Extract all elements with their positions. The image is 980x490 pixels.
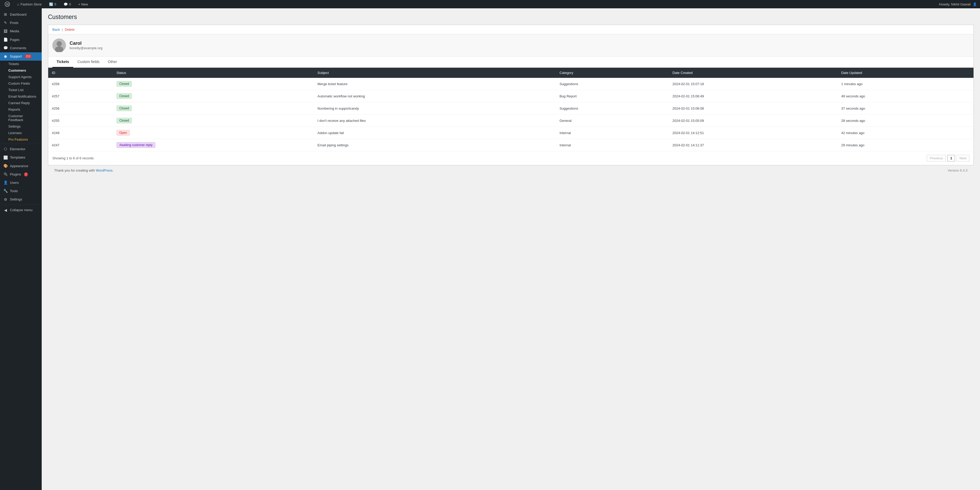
user-greeting: Howdy, Nikhil Gawali (939, 2, 970, 6)
comments-count: 0 (69, 2, 71, 6)
col-header-date-updated: Date Updated (837, 68, 974, 78)
sidebar-item-pages[interactable]: 📄 Pages (0, 36, 42, 44)
cell-date-created: 2024-02-01 14:12:51 (669, 127, 837, 139)
comment-icon: 💬 (64, 2, 68, 6)
sidebar-item-label: Pages (10, 38, 19, 42)
cell-id: #247 (48, 139, 113, 151)
customer-email: boreilly@example.org (70, 46, 102, 50)
cell-id: #249 (48, 127, 113, 139)
back-link[interactable]: Back (52, 28, 60, 32)
avatar (52, 38, 66, 52)
delete-link[interactable]: Delete (65, 28, 75, 32)
table-row[interactable]: #247 Awaiting customer reply Email pipin… (48, 139, 974, 151)
plugins-badge: 2 (24, 172, 28, 176)
cell-status: Closed (113, 90, 314, 102)
wp-logo-button[interactable]: W (3, 0, 11, 8)
cell-date-updated: 37 seconds ago (837, 102, 974, 114)
table-row[interactable]: #258 Closed Merge ticket feature Suggest… (48, 78, 974, 90)
new-content-button[interactable]: + New (76, 0, 89, 8)
sidebar-item-label: Support (10, 54, 22, 59)
support-icon: ◉ (3, 54, 8, 59)
tickets-table: ID Status Subject Category Date Created … (48, 68, 974, 151)
submenu-item-custom-fields[interactable]: Custom Fields (0, 80, 42, 87)
sidebar-item-label: Comments (10, 46, 26, 51)
col-header-date-created: Date Created (669, 68, 837, 78)
posts-icon: ✎ (3, 21, 8, 25)
footer-thank-you-text: Thank you for creating with (54, 168, 95, 172)
updates-button[interactable]: 🔄 5 (48, 0, 58, 8)
cell-id: #258 (48, 78, 113, 90)
sidebar-item-appearance[interactable]: 🎨 Appearance (0, 162, 42, 170)
submenu-item-ticket-list[interactable]: Ticket List (0, 87, 42, 93)
page-title: Customers (48, 14, 974, 21)
table-row[interactable]: #256 Closed Numbering in supportcandy Su… (48, 102, 974, 114)
previous-page-button[interactable]: Previous (927, 155, 946, 162)
table-row[interactable]: #257 Closed Automatic workflow not worki… (48, 90, 974, 102)
sidebar-item-dashboard[interactable]: ⊞ Dashboard (0, 10, 42, 19)
plugins-icon: 🔌 (3, 172, 8, 177)
next-page-button[interactable]: Next (956, 155, 969, 162)
showing-records-text: Showing 1 to 6 of 6 records (52, 156, 94, 160)
cell-category: General (556, 114, 669, 127)
submenu-item-support-agents[interactable]: Support Agents (0, 74, 42, 80)
sidebar-item-elementor[interactable]: ⬡ Elementor (0, 145, 42, 153)
current-page-button[interactable]: 1 (947, 155, 955, 162)
wp-link[interactable]: WordPress (96, 168, 113, 172)
cell-date-created: 2024-02-01 15:05:09 (669, 114, 837, 127)
cell-id: #257 (48, 90, 113, 102)
cell-status: Awaiting customer reply (113, 139, 314, 151)
tab-other[interactable]: Other (104, 57, 121, 68)
submenu-item-customer-feedback[interactable]: Customer Feedback (0, 113, 42, 123)
sidebar-item-tools[interactable]: 🔧 Tools (0, 187, 42, 195)
submenu-item-reports[interactable]: Reports (0, 106, 42, 113)
content-box: Back | Delete Carol boreilly@example.org (48, 25, 974, 165)
version-text: Version 6.4.3 (948, 168, 967, 172)
main-content: Customers Back | Delete Carol (42, 8, 980, 490)
settings-icon: ⚙ (3, 197, 8, 202)
cell-category: Internal (556, 139, 669, 151)
updates-icon: 🔄 (49, 2, 53, 6)
breadcrumb-separator: | (62, 28, 63, 32)
sidebar-item-label: Users (10, 181, 19, 185)
submenu-item-tickets[interactable]: Tickets (0, 61, 42, 67)
submenu-item-canned-reply[interactable]: Canned Reply (0, 100, 42, 106)
appearance-icon: 🎨 (3, 164, 8, 168)
cell-status: Closed (113, 114, 314, 127)
table-row[interactable]: #255 Closed I don't receive any attached… (48, 114, 974, 127)
tab-custom-fields[interactable]: Custom fields (73, 57, 104, 68)
sidebar-item-label: Posts (10, 21, 19, 25)
sidebar-collapse-button[interactable]: ◀ Collapse menu (0, 206, 42, 214)
submenu-item-licenses[interactable]: Licenses (0, 130, 42, 136)
submenu-item-settings[interactable]: Settings (0, 123, 42, 130)
table-row[interactable]: #249 Open Addon update fail Internal 202… (48, 127, 974, 139)
home-icon: ⌂ (17, 2, 19, 6)
cell-date-created: 2024-02-01 15:06:08 (669, 102, 837, 114)
sidebar-item-templates[interactable]: ⬜ Templates (0, 153, 42, 162)
sidebar-item-media[interactable]: 🖼 Media (0, 27, 42, 35)
sidebar-item-label: Dashboard (10, 12, 27, 17)
submenu-item-email-notifications[interactable]: Email Notifications (0, 93, 42, 100)
sidebar-item-support[interactable]: ◉ Support 213 (0, 52, 42, 61)
sidebar-item-label: Tools (10, 189, 18, 193)
sidebar-item-comments[interactable]: 💬 Comments (0, 44, 42, 52)
media-icon: 🖼 (3, 29, 8, 33)
comments-icon: 💬 (3, 46, 8, 51)
comments-button[interactable]: 💬 0 (62, 0, 72, 8)
cell-status: Open (113, 127, 314, 139)
cell-date-created: 2024-02-01 15:07:18 (669, 78, 837, 90)
sidebar-item-label: Collapse menu (10, 208, 33, 212)
cell-date-updated: 49 seconds ago (837, 90, 974, 102)
col-header-status: Status (113, 68, 314, 78)
submenu-item-pro-features[interactable]: Pro Features (0, 136, 42, 143)
tab-tickets[interactable]: Tickets (52, 57, 73, 68)
dashboard-icon: ⊞ (3, 12, 8, 17)
customer-profile: Carol boreilly@example.org (48, 34, 974, 57)
users-icon: 👤 (3, 181, 8, 185)
sidebar-item-plugins[interactable]: 🔌 Plugins 2 (0, 170, 42, 179)
site-name-button[interactable]: ⌂ Fashion Store (16, 0, 43, 8)
sidebar-item-posts[interactable]: ✎ Posts (0, 19, 42, 27)
sidebar-item-settings[interactable]: ⚙ Settings (0, 195, 42, 204)
admin-bar: W ⌂ Fashion Store 🔄 5 💬 0 + New Howdy, N… (0, 0, 980, 8)
submenu-item-customers[interactable]: Customers (0, 67, 42, 74)
sidebar-item-users[interactable]: 👤 Users (0, 179, 42, 187)
